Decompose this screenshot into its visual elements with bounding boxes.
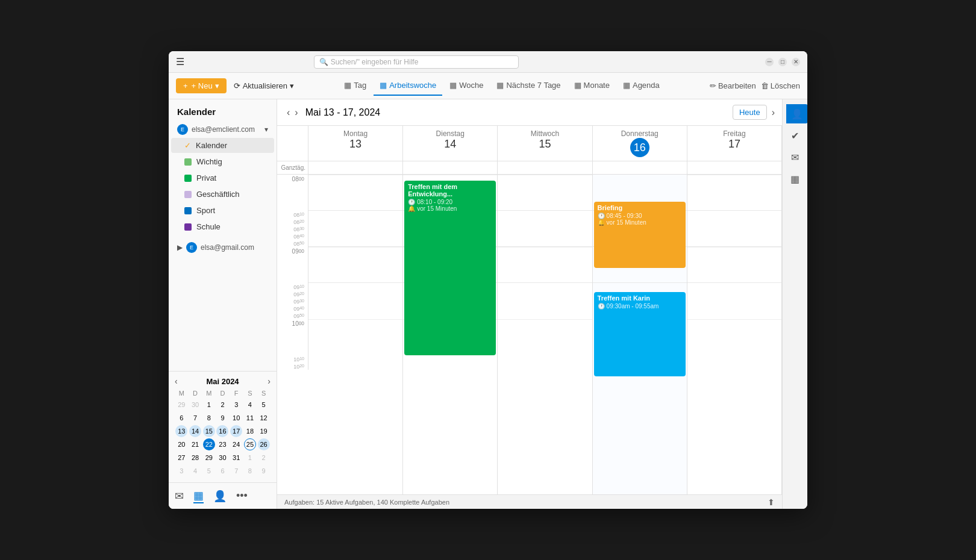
day-17[interactable]: 17 (230, 425, 242, 437)
day-2[interactable]: 2 (216, 399, 228, 411)
day-8[interactable]: 8 (203, 412, 215, 424)
timeline-wed-0800 (498, 175, 592, 211)
day-16[interactable]: 16 (216, 425, 228, 437)
tab-woche[interactable]: ▦ Woche (443, 76, 489, 96)
tab-agenda[interactable]: ▦ Agenda (617, 76, 666, 96)
delete-button[interactable]: 🗑 Löschen (761, 81, 800, 90)
sidebar-item-kalender[interactable]: ✓ Kalender (171, 138, 274, 153)
day-9[interactable]: 9 (216, 412, 228, 424)
day-num-16: 16 (630, 138, 649, 157)
day-9-jun[interactable]: 9 (258, 465, 270, 477)
day-30-apr[interactable]: 30 (189, 399, 201, 411)
day-13[interactable]: 13 (175, 425, 187, 437)
day-21[interactable]: 21 (189, 438, 201, 450)
day-14[interactable]: 14 (189, 425, 201, 437)
tab-monate[interactable]: ▦ Monate (568, 76, 616, 96)
time-0930: 0930 (277, 297, 308, 305)
day-7-jun[interactable]: 7 (230, 465, 242, 477)
mini-cal-prev[interactable]: ‹ (175, 376, 178, 386)
scroll-to-top-icon[interactable]: ⬆ (768, 497, 775, 507)
edit-button[interactable]: ✏ Bearbeiten (710, 81, 756, 90)
tab-tag[interactable]: ▦ Tag (338, 76, 372, 96)
day-29-apr[interactable]: 29 (175, 399, 187, 411)
today-button[interactable]: Heute (733, 105, 767, 120)
day-2-jun[interactable]: 2 (258, 452, 270, 464)
day-26[interactable]: 26 (258, 438, 270, 450)
expand-icon2: ▶ (177, 243, 183, 252)
right-mail-button[interactable]: ✉ (786, 148, 805, 167)
sidebar-item-privat[interactable]: Privat (171, 170, 274, 185)
privat-color (184, 175, 192, 182)
event-karin[interactable]: Treffen mit Karin 🕐 09:30am - 09:55am (594, 292, 686, 376)
minimize-button[interactable]: ─ (765, 58, 774, 66)
ganztag-row: Ganztäg. (277, 161, 782, 175)
search-bar[interactable]: 🔍 Suchen/" eingeben für Hilfe (314, 55, 519, 69)
nav-mail[interactable]: ✉ (175, 490, 184, 503)
dow-d1: D (189, 390, 202, 397)
day-3[interactable]: 3 (230, 399, 242, 411)
day-1[interactable]: 1 (203, 399, 215, 411)
day-24[interactable]: 24 (230, 438, 242, 450)
time-0820: 0820 (277, 218, 308, 225)
close-button[interactable]: ✕ (792, 58, 800, 66)
day-23[interactable]: 23 (216, 438, 228, 450)
menu-icon[interactable]: ☰ (176, 56, 184, 67)
sidebar-item-schule[interactable]: Schule (171, 219, 274, 234)
timeline-wed-0900 (498, 211, 592, 247)
day-8-jun[interactable]: 8 (244, 465, 256, 477)
right-sidebar: 👤 ✔ ✉ ▦ (782, 99, 807, 509)
event-briefing[interactable]: Briefing 🕐 08:45 - 09:30 🔔 vor 15 Minute… (594, 202, 686, 268)
right-calendar-button[interactable]: ▦ (786, 169, 805, 188)
day-7[interactable]: 7 (189, 412, 201, 424)
day-4[interactable]: 4 (244, 399, 256, 411)
day-num-14: 14 (405, 138, 495, 151)
maximize-button[interactable]: □ (778, 58, 787, 66)
nav-contacts[interactable]: 👤 (213, 490, 227, 503)
day-6[interactable]: 6 (175, 412, 187, 424)
day-11[interactable]: 11 (244, 412, 256, 424)
account2-header[interactable]: ▶ E elsa@gmail.com (169, 237, 277, 258)
update-button[interactable]: ⟳ Aktualisieren ▾ (229, 78, 299, 93)
day-1-jun[interactable]: 1 (244, 452, 256, 464)
day-10[interactable]: 10 (230, 412, 242, 424)
mini-cal-next[interactable]: › (267, 376, 271, 386)
sidebar-item-geschaeftlich[interactable]: Geschäftlich (171, 187, 274, 202)
main-layout: Kalender E elsa@emclient.com ▾ ✓ Kalende… (169, 99, 807, 509)
day-col-tue: Treffen mit dem Entwicklung... 🕐 08:10 -… (403, 175, 498, 494)
day-20[interactable]: 20 (175, 438, 187, 450)
event-treffen-entwicklung[interactable]: Treffen mit dem Entwicklung... 🕐 08:10 -… (404, 181, 496, 355)
day-15[interactable]: 15 (203, 425, 215, 437)
sidebar-item-sport[interactable]: Sport (171, 203, 274, 218)
nav-calendar[interactable]: ▦ (193, 489, 204, 503)
cal-next-button[interactable]: › (292, 105, 300, 120)
day-6-jun[interactable]: 6 (216, 465, 228, 477)
day-19[interactable]: 19 (258, 425, 270, 437)
time-grid[interactable]: 0800 0810 0820 0830 0840 0850 0900 0910 … (277, 175, 782, 494)
account1-header[interactable]: E elsa@emclient.com ▾ (169, 122, 277, 137)
day-4-jun[interactable]: 4 (189, 465, 201, 477)
day-12[interactable]: 12 (258, 412, 270, 424)
day-3-jun[interactable]: 3 (175, 465, 187, 477)
right-contacts-button[interactable]: 👤 (786, 104, 808, 123)
day-29[interactable]: 29 (203, 452, 215, 464)
day-18[interactable]: 18 (244, 425, 256, 437)
day-31[interactable]: 31 (230, 452, 242, 464)
day-27[interactable]: 27 (175, 452, 187, 464)
day-5[interactable]: 5 (258, 399, 270, 411)
schule-label: Schule (196, 222, 221, 231)
sidebar-item-wichtig[interactable]: Wichtig (171, 154, 274, 169)
tab-arbeitswoche[interactable]: ▦ Arbeitswoche (374, 76, 442, 96)
status-text: Aufgaben: 15 Aktive Aufgaben, 140 Komple… (284, 499, 449, 506)
day-25[interactable]: 25 (244, 438, 256, 450)
day-22-today[interactable]: 22 (203, 438, 215, 450)
collapse-button[interactable]: › (772, 107, 775, 118)
nav-more[interactable]: ••• (236, 490, 248, 502)
new-button[interactable]: + + Neu ▾ (176, 78, 227, 93)
tab-naechste7tage[interactable]: ▦ Nächste 7 Tage (490, 76, 566, 96)
right-tasks-button[interactable]: ✔ (786, 126, 805, 145)
day-28[interactable]: 28 (189, 452, 201, 464)
account1-email: elsa@emclient.com (192, 125, 255, 134)
day-5-jun[interactable]: 5 (203, 465, 215, 477)
cal-prev-button[interactable]: ‹ (284, 105, 292, 120)
day-30[interactable]: 30 (216, 452, 228, 464)
